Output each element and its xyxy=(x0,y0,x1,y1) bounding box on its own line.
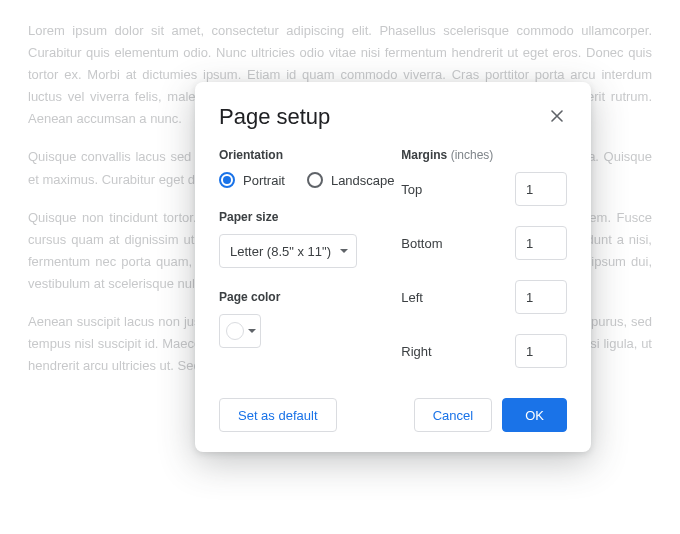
margin-right-input[interactable] xyxy=(515,334,567,368)
radio-icon xyxy=(219,172,235,188)
dialog-title: Page setup xyxy=(219,104,330,130)
page-color-select[interactable] xyxy=(219,314,261,348)
margin-top-label: Top xyxy=(401,182,422,197)
orientation-label: Orientation xyxy=(219,148,401,162)
margins-label: Margins (inches) xyxy=(401,148,567,162)
paper-size-select[interactable]: Letter (8.5" x 11") xyxy=(219,234,357,268)
paper-size-value: Letter (8.5" x 11") xyxy=(230,244,331,259)
margin-bottom-label: Bottom xyxy=(401,236,442,251)
chevron-down-icon xyxy=(340,249,348,253)
radio-label: Portrait xyxy=(243,173,285,188)
color-swatch xyxy=(226,322,244,340)
margin-bottom-input[interactable] xyxy=(515,226,567,260)
margin-right-label: Right xyxy=(401,344,431,359)
set-as-default-button[interactable]: Set as default xyxy=(219,398,337,432)
orientation-portrait-radio[interactable]: Portrait xyxy=(219,172,285,188)
radio-icon xyxy=(307,172,323,188)
paper-size-label: Paper size xyxy=(219,210,401,224)
margin-left-label: Left xyxy=(401,290,423,305)
cancel-button[interactable]: Cancel xyxy=(414,398,492,432)
radio-label: Landscape xyxy=(331,173,395,188)
page-setup-dialog: Page setup Orientation Portrait Landscap… xyxy=(195,82,591,452)
margin-top-input[interactable] xyxy=(515,172,567,206)
ok-button[interactable]: OK xyxy=(502,398,567,432)
chevron-down-icon xyxy=(248,329,256,333)
margins-units: (inches) xyxy=(451,148,494,162)
margin-left-input[interactable] xyxy=(515,280,567,314)
close-icon[interactable] xyxy=(547,106,567,126)
page-color-label: Page color xyxy=(219,290,401,304)
orientation-landscape-radio[interactable]: Landscape xyxy=(307,172,395,188)
